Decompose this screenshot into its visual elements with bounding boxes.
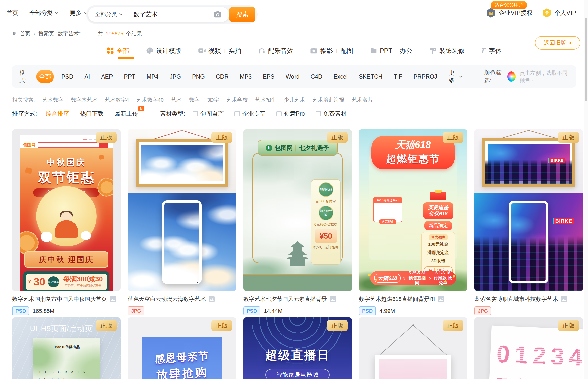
format-eps[interactable]: EPS bbox=[263, 73, 274, 80]
image-mountain-icon bbox=[329, 296, 336, 302]
birke-neon-sign: BIRKE bbox=[548, 158, 565, 163]
format-png[interactable]: PNG bbox=[192, 73, 205, 80]
search-button[interactable]: 搜索 bbox=[229, 7, 255, 22]
scrollbar-track[interactable] bbox=[584, 0, 588, 379]
price-protect-chip: 买贵退差价保618 bbox=[423, 202, 453, 219]
sort-hot-downloads[interactable]: 热门下载 bbox=[80, 110, 103, 118]
tab-font-label: 字体 bbox=[489, 47, 502, 55]
format-word[interactable]: Word bbox=[286, 73, 300, 80]
genuine-badge: 正版 bbox=[443, 320, 463, 331]
breadcrumb-home[interactable]: 首页 bbox=[20, 30, 30, 37]
type-checkbox-enterprise[interactable]: 企业专享 bbox=[234, 110, 266, 118]
related-term[interactable]: 数字木艺术 bbox=[71, 96, 98, 103]
format-excel[interactable]: Excel bbox=[334, 73, 348, 80]
type-checkbox-creative-pro[interactable]: 创意Pro bbox=[276, 110, 305, 118]
breadcrumb-separator: › bbox=[33, 31, 35, 37]
personal-vip-item[interactable]: 个人VIP bbox=[542, 8, 576, 18]
format-sketch[interactable]: SKETCH bbox=[359, 73, 382, 80]
big-coupon-badge: 跨店满减 bbox=[48, 276, 59, 287]
related-term[interactable]: 艺术数字40 bbox=[137, 96, 164, 103]
panel-row-1: 100元礼金 bbox=[425, 241, 451, 248]
thumbnail-super-live-day[interactable]: 正版 超级直播日 智能家居电器城 6月1日开门红 领100元关注直播间 bbox=[243, 317, 352, 379]
format-mp4[interactable]: MP4 bbox=[146, 73, 158, 80]
back-to-old-version-button[interactable]: 返回旧版 » bbox=[535, 36, 580, 50]
type-checkbox-own[interactable]: 包图自产 bbox=[193, 110, 224, 118]
card-meta: JPG bbox=[128, 306, 236, 315]
tab-photography[interactable]: 摄影 | 配图 bbox=[310, 47, 353, 55]
thumbnail-pink-digits[interactable]: 正版 01234 56789 包图网 bbox=[474, 317, 583, 379]
genuine-badge: 正版 bbox=[211, 132, 232, 143]
thumbnail-tmall-618[interactable]: 正版 天猫618 超燃钜惠节 每10分钟送iPad 送完即止 买贵退差价保618… bbox=[359, 129, 467, 291]
thumbnail-mothers-day[interactable]: 正版 感恩母亲节 放肆抢购 全场低至五折 叠加满299减30 bbox=[128, 317, 236, 379]
type-checkbox-free[interactable]: 免费素材 bbox=[316, 110, 347, 118]
wood-frame-cyberpunk: BIRKE bbox=[482, 138, 575, 187]
related-term[interactable]: 艺术名片 bbox=[352, 96, 373, 103]
chevron-down-icon bbox=[119, 13, 122, 16]
related-term[interactable]: 艺术培训海报 bbox=[313, 96, 344, 103]
related-term[interactable]: 艺术 bbox=[171, 96, 182, 103]
nav-more[interactable]: 更多 bbox=[70, 9, 87, 17]
format-chip-psd[interactable]: PSD bbox=[359, 306, 376, 315]
format-tif[interactable]: TIF bbox=[394, 73, 402, 80]
related-term[interactable]: 艺术招生 bbox=[255, 96, 277, 103]
card-title[interactable]: 数字艺术七夕节国风元素直播背景 bbox=[243, 295, 352, 303]
enterprise-vip-item[interactable]: 适合90%用户 企业VIP授权 bbox=[486, 7, 533, 19]
nav-home[interactable]: 首页 bbox=[7, 9, 18, 17]
format-more-dropdown[interactable]: 更多 bbox=[449, 69, 463, 84]
color-wheel-picker[interactable] bbox=[507, 71, 516, 82]
card-title[interactable]: 数字艺术国潮复古中国风中秋国庆首页 bbox=[12, 295, 121, 303]
related-term[interactable]: 少儿艺术 bbox=[284, 96, 305, 103]
search-category-dropdown[interactable]: 全部分类 bbox=[95, 11, 122, 18]
format-cdr[interactable]: CDR bbox=[216, 73, 229, 80]
related-term[interactable]: 艺术数字4 bbox=[105, 96, 129, 103]
sort-newest[interactable]: 最新上传 N bbox=[115, 110, 138, 118]
tab-video[interactable]: 视频 | 实拍 bbox=[198, 47, 241, 55]
related-term[interactable]: 艺术学校 bbox=[227, 96, 248, 103]
thumbnail-pink-clouds-frame[interactable]: 正版 bbox=[359, 317, 467, 379]
format-chip-psd[interactable]: PSD bbox=[12, 306, 29, 315]
thumbnail-cyberpunk-city[interactable]: 正版 BIRKE BIRKE bbox=[474, 129, 583, 291]
thumbnail-ui-h5-page[interactable]: 正版 UI-H5页面/启动页 iBaoTu传媒出品 T H E G R A I … bbox=[12, 317, 121, 379]
thumbnail-blue-sky-clouds[interactable]: 正版 bbox=[128, 129, 236, 291]
search-input[interactable] bbox=[133, 11, 213, 18]
tab-music[interactable]: 配乐音效 bbox=[258, 47, 293, 55]
tab-decoration[interactable]: 装饰装修 bbox=[429, 47, 465, 55]
thumbnail-mid-autumn-poster[interactable]: 正版 包图网 中秋国庆 双节钜惠 全场满199元减100 bbox=[12, 129, 121, 291]
tab-fonts[interactable]: F 字体 bbox=[481, 46, 502, 55]
format-chip-psd[interactable]: PSD bbox=[243, 306, 260, 315]
tab-ppt-office[interactable]: PPT | 办公 bbox=[370, 47, 412, 55]
related-searches: 相关搜索: 艺术数字 数字木艺术 艺术数字4 艺术数字40 艺术 数字 3D字 … bbox=[12, 95, 373, 105]
format-mp3[interactable]: MP3 bbox=[240, 73, 252, 80]
sort-comprehensive[interactable]: 综合排序 bbox=[46, 110, 69, 118]
format-aep[interactable]: AEP bbox=[101, 73, 113, 80]
card-title[interactable]: 数字艺术超燃618直播间背景图 bbox=[359, 295, 467, 303]
nav-home-label: 首页 bbox=[7, 9, 18, 17]
related-term[interactable]: 3D字 bbox=[207, 96, 219, 103]
format-psd[interactable]: PSD bbox=[61, 73, 73, 80]
card-title[interactable]: 蓝色天空白云动漫云海数字艺术 bbox=[128, 295, 236, 303]
box-header: 每10分钟送iPad bbox=[374, 198, 402, 203]
green-bottom-band bbox=[243, 274, 352, 291]
format-jpg[interactable]: JPG bbox=[170, 73, 181, 80]
chevron-right-icon: › bbox=[403, 274, 406, 282]
back-old-label: 返回旧版 bbox=[544, 39, 566, 47]
scrollbar-thumb[interactable] bbox=[585, 18, 587, 101]
presale-column: 5.25-5.31预售直播间 bbox=[408, 271, 427, 285]
filter-divider bbox=[473, 73, 473, 80]
format-c4d[interactable]: C4D bbox=[311, 73, 322, 80]
format-chip-jpg[interactable]: JPG bbox=[128, 306, 144, 315]
camera-search-icon[interactable] bbox=[213, 11, 222, 18]
format-chip-jpg[interactable]: JPG bbox=[474, 306, 491, 315]
tab-all[interactable]: 全部 bbox=[106, 47, 129, 55]
format-ppt[interactable]: PPT bbox=[124, 73, 135, 80]
related-term[interactable]: 艺术数字 bbox=[42, 96, 64, 103]
thumbnail-qixi-guofeng[interactable]: 正版 b 包图网｜七夕礼遇季 加购礼品 前500名付定 加入粉丝团 0元领会员权… bbox=[243, 129, 352, 291]
nav-all-categories[interactable]: 全部分类 bbox=[29, 9, 59, 17]
format-prproj[interactable]: PRPROJ bbox=[414, 73, 437, 80]
format-all-selected[interactable]: 全部 bbox=[36, 70, 54, 83]
format-ai[interactable]: AI bbox=[85, 73, 90, 80]
format-filter-panel: 格式: 全部 PSD AI AEP PPT MP4 JPG PNG CDR MP… bbox=[12, 65, 576, 88]
tab-design-templates[interactable]: 设计模版 bbox=[146, 47, 181, 55]
card-title[interactable]: 蓝紫色赛博朋克城市科技数字艺术 bbox=[474, 295, 583, 303]
related-term[interactable]: 数字 bbox=[189, 96, 200, 103]
